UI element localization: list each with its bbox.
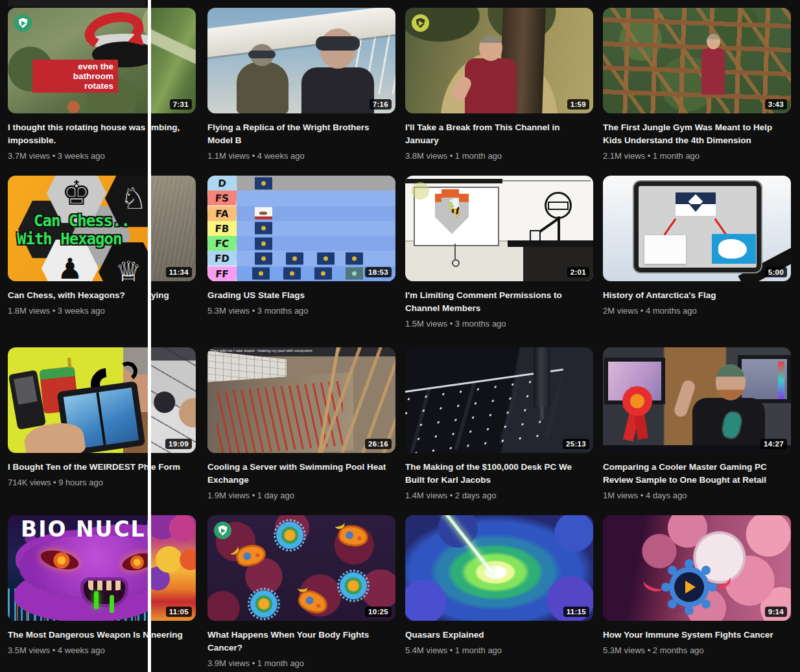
video-title[interactable]: Quasars Explained	[405, 629, 593, 642]
clipped-thumbnail[interactable]: 11:05	[151, 515, 196, 621]
tier-row: FC	[207, 236, 395, 251]
video-card[interactable]: 10:25 What Happens When Your Body Fights…	[207, 515, 395, 669]
video-title[interactable]: Can Chess, with Hexagons?	[8, 289, 148, 302]
video-card[interactable]: BIO NUCLE The Most Dangerous Weapon Is N…	[8, 515, 148, 656]
video-thumbnail[interactable]: 11:15	[405, 515, 593, 621]
clipped-thumbnail[interactable]: 19:09	[151, 347, 196, 453]
video-thumbnail[interactable]: even the bathroom rotates	[8, 8, 148, 113]
video-title[interactable]: How Your Immune System Fights Cancer	[603, 629, 791, 642]
chess-queen-icon: ♕	[115, 255, 141, 281]
video-title[interactable]: History of Antarctica's Flag	[603, 289, 791, 302]
tier-row-body	[237, 236, 395, 251]
video-card[interactable]: even the bathroom rotates I thought this…	[8, 8, 148, 162]
tier-row-body	[237, 251, 395, 266]
video-thumbnail[interactable]: 7:16	[207, 8, 395, 113]
video-card[interactable]: 5:00 History of Antarctica's Flag 2M vie…	[603, 176, 791, 317]
video-meta: 714K views • 9 hours ago	[8, 477, 148, 489]
video-card[interactable]: 1:59 I'll Take a Break from This Channel…	[405, 8, 593, 162]
video-card[interactable]: 2:01 I'm Limiting Comment Permissions to…	[405, 176, 593, 330]
video-meta: 1.4M views • 2 days ago	[405, 490, 593, 502]
tier-row-body	[237, 206, 395, 221]
tier-label: FB	[207, 221, 237, 236]
video-thumbnail[interactable]: 2:01	[405, 176, 593, 281]
duration-badge: 9:14	[765, 607, 787, 617]
immune-cell-graphic	[276, 522, 303, 549]
channel-shield-play-icon	[412, 182, 429, 200]
video-title[interactable]: I'm Limiting Comment Permissions to Chan…	[405, 289, 593, 315]
clipped-thumbnail[interactable]: 7:31	[151, 8, 196, 113]
bacteria-cell-graphic	[337, 523, 370, 549]
video-title[interactable]: The Most Dangerous Weapon Is Not	[8, 629, 148, 642]
video-thumbnail[interactable]: 1:59	[405, 8, 593, 113]
shield-play-icon	[218, 526, 228, 536]
video-thumbnail[interactable]: 3:43	[603, 8, 791, 113]
video-title[interactable]: What Happens When Your Body Fights Cance…	[207, 629, 395, 655]
video-thumbnail[interactable]: 10:25	[207, 515, 395, 621]
video-thumbnail[interactable]: 9:14	[603, 515, 791, 621]
clipped-title-fragment[interactable]: neering	[151, 629, 200, 642]
video-meta: 3.8M views • 1 month ago	[405, 150, 593, 162]
video-title[interactable]: I thought this rotating house was imposs…	[8, 121, 148, 147]
video-title[interactable]: Comparing a Cooler Master Gaming PC Revi…	[603, 461, 791, 487]
video-thumbnail[interactable]: 5:00	[603, 176, 791, 281]
channel-shield-play-icon	[14, 14, 32, 32]
duration-badge: 7:31	[170, 99, 192, 110]
video-title[interactable]: Flying a Replica of the Wright Brothers …	[207, 121, 395, 147]
monitor-graphic	[738, 355, 791, 403]
duration-badge: 19:09	[165, 439, 192, 449]
tier-label: FF	[207, 266, 237, 281]
video-title[interactable]: Cooling a Server with Swimming Pool Heat…	[207, 461, 395, 487]
tier-label: FC	[207, 236, 237, 251]
video-title[interactable]: I'll Take a Break from This Channel in J…	[405, 121, 593, 147]
bacteria-cell-graphic	[295, 586, 331, 618]
video-card[interactable]: 9:14 How Your Immune System Fights Cance…	[603, 515, 791, 656]
video-title[interactable]: Grading US State Flags	[207, 289, 395, 302]
clipped-title-fragment[interactable]: mbing,	[151, 121, 200, 134]
video-card[interactable]: 7:16 Flying a Replica of the Wright Brot…	[207, 8, 395, 162]
video-card[interactable]: D FS FA FB FC	[207, 176, 395, 317]
shield-play-icon	[416, 18, 425, 29]
video-meta: 1.1M views • 4 weeks ago	[207, 150, 395, 162]
video-thumbnail[interactable]: 25:13	[405, 347, 593, 453]
clipped-video-card[interactable]: 11:34	[151, 176, 196, 281]
red-squiggle-graphic	[641, 574, 665, 594]
duration-badge: 26:16	[365, 439, 392, 449]
clipped-title-fragment[interactable]: e Form	[151, 461, 200, 474]
video-card[interactable]: 3:43 The First Jungle Gym Was Meant to H…	[603, 8, 791, 162]
video-thumbnail[interactable]: BIO NUCLE	[8, 515, 148, 621]
tier-row: FD	[207, 251, 395, 266]
video-meta: 1.9M views • 1 day ago	[207, 490, 395, 502]
video-card[interactable]: 25:13 The Making of the $100,000 Desk PC…	[405, 347, 593, 502]
clipped-video-card[interactable]: 19:09	[151, 347, 196, 453]
video-card[interactable]: I Bought Ten of the WEIRDEST Phon 714K v…	[8, 347, 148, 489]
pilot-graphic	[301, 67, 374, 113]
tier-label: FD	[207, 251, 237, 266]
channel-shield-play-icon	[412, 14, 429, 32]
clipped-video-card[interactable]: 11:05	[151, 515, 196, 621]
video-title[interactable]: The First Jungle Gym Was Meant to Help K…	[603, 121, 791, 147]
video-card[interactable]: They told me I was stupid - heating my p…	[207, 347, 395, 502]
video-title[interactable]: The Making of the $100,000 Desk PC We Bu…	[405, 461, 593, 487]
duration-badge: 11:34	[166, 267, 192, 277]
video-title[interactable]: I Bought Ten of the WEIRDEST Phon	[8, 461, 148, 474]
clipped-title-fragment[interactable]: ying	[151, 289, 200, 302]
tier-row-body	[237, 191, 395, 205]
duration-badge: 11:15	[563, 607, 589, 617]
duration-badge: 11:05	[166, 607, 192, 617]
video-meta: 3.9M views • 1 month ago	[207, 658, 395, 669]
chess-pawn-icon: ♟	[57, 252, 82, 282]
video-thumbnail[interactable]: D FS FA FB FC	[207, 176, 395, 281]
duration-badge: 10:25	[365, 607, 392, 617]
video-thumbnail[interactable]: 14:27	[603, 347, 791, 453]
video-thumbnail[interactable]	[8, 347, 148, 453]
bacteria-cell-graphic	[234, 542, 268, 569]
video-card[interactable]: 14:27 Comparing a Cooler Master Gaming P…	[603, 347, 791, 502]
video-thumbnail[interactable]: They told me I was stupid - heating my p…	[207, 347, 395, 453]
clipped-thumbnail[interactable]: 11:34	[151, 176, 196, 281]
white-flag-graphic	[644, 235, 686, 264]
clipped-video-card[interactable]: 7:31	[151, 8, 196, 113]
video-card[interactable]: ♚ ♘ ♟ ♕ Can Chess.. With Hexagon Can Che…	[8, 176, 148, 317]
video-card[interactable]: 11:15 Quasars Explained 5.4M views • 1 m…	[405, 515, 593, 656]
video-meta: 2.1M views • 1 month ago	[603, 150, 791, 162]
video-thumbnail[interactable]: ♚ ♘ ♟ ♕ Can Chess.. With Hexagon	[8, 176, 148, 281]
